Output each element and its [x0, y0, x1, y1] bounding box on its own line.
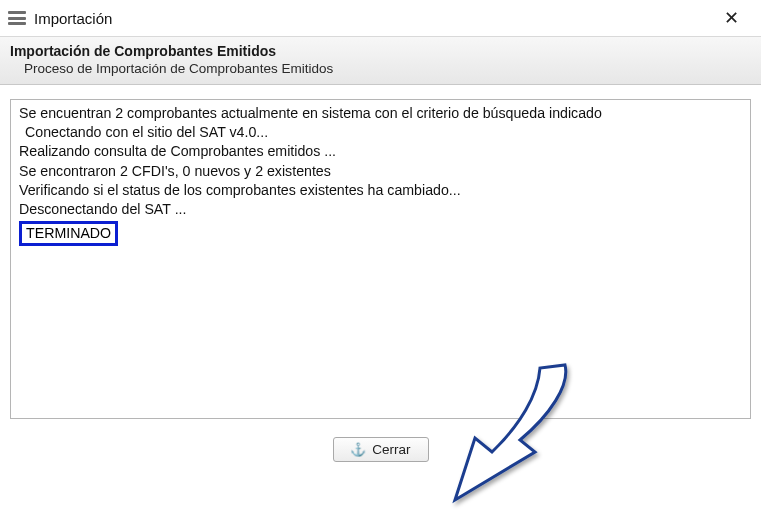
close-button-label: Cerrar	[372, 442, 410, 457]
header-title: Importación de Comprobantes Emitidos	[10, 43, 751, 59]
log-line: Se encuentran 2 comprobantes actualmente…	[19, 104, 742, 123]
log-box: Se encuentran 2 comprobantes actualmente…	[10, 99, 751, 419]
window-title: Importación	[34, 10, 112, 27]
log-line: Verificando si el status de los comproba…	[19, 181, 742, 200]
close-icon: ✕	[724, 7, 739, 29]
titlebar-left: Importación	[8, 10, 112, 27]
anchor-icon: ⚓	[350, 443, 366, 456]
button-bar: ⚓ Cerrar	[10, 419, 751, 462]
header-subtitle: Proceso de Importación de Comprobantes E…	[10, 61, 751, 76]
log-line: Desconectando del SAT ...	[19, 200, 742, 219]
log-line: Realizando consulta de Comprobantes emit…	[19, 142, 742, 161]
log-line: Se encontraron 2 CFDI's, 0 nuevos y 2 ex…	[19, 162, 742, 181]
header-panel: Importación de Comprobantes Emitidos Pro…	[0, 36, 761, 85]
app-icon	[8, 11, 26, 25]
log-line: Conectando con el sitio del SAT v4.0...	[19, 123, 742, 142]
titlebar: Importación ✕	[0, 0, 761, 36]
content-area: Se encuentran 2 comprobantes actualmente…	[0, 85, 761, 462]
log-final-highlight: TERMINADO	[19, 221, 118, 246]
window-close-button[interactable]: ✕	[711, 3, 751, 33]
close-button[interactable]: ⚓ Cerrar	[333, 437, 429, 462]
